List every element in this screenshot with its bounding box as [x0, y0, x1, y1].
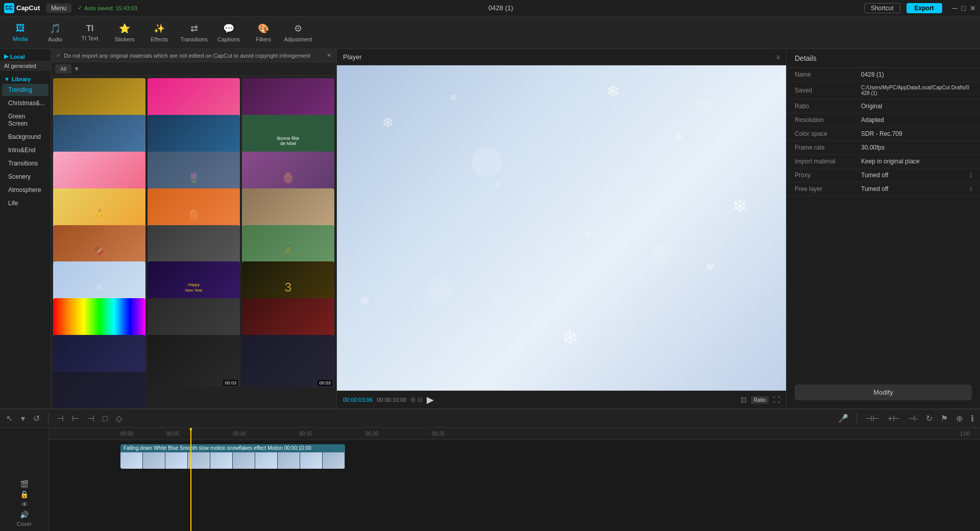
info-btn[interactable]: ℹ: [969, 413, 976, 424]
loop-btn[interactable]: ↻: [924, 413, 935, 424]
auto-saved-status: ✓ Auto saved: 15:43:03: [78, 5, 137, 11]
grid-icon2: ⊟: [418, 396, 423, 403]
trim-left-btn[interactable]: ⊢: [70, 413, 81, 424]
fit-icon[interactable]: ⊡: [741, 396, 747, 404]
sidebar-item-trending[interactable]: Trending: [2, 84, 48, 96]
toolbar-captions[interactable]: 💬 Captions: [212, 18, 245, 47]
player-progress-spacer: ⊞ ⊟: [410, 396, 423, 403]
media-icon: 🖼: [16, 23, 25, 34]
sidebar-item-transitions2[interactable]: Transitions: [2, 157, 48, 170]
select-dropdown-btn[interactable]: ▾: [19, 413, 27, 424]
sidebar-item-life[interactable]: Life: [2, 197, 48, 209]
freelayer-info-icon[interactable]: ℹ: [970, 186, 972, 192]
toolbar-audio[interactable]: 🎵 Audio: [39, 18, 71, 47]
split-audio-btn[interactable]: ⊣⊢: [863, 413, 881, 424]
detail-label-saved: Saved: [795, 87, 861, 94]
select-tool-btn[interactable]: ↖: [4, 413, 15, 424]
detail-value-name: 0428 (1): [861, 71, 972, 78]
filter-icon: ▼: [74, 65, 80, 73]
zoom-out-btn[interactable]: ⊣-: [906, 413, 920, 424]
export-button[interactable]: Export: [906, 3, 942, 13]
vt-thumb-3: [165, 452, 188, 469]
notice-text: Do not export any original materials whi…: [64, 53, 310, 59]
chevron-right-icon: ▶: [4, 53, 8, 60]
timeline-area: ↖ ▾ ↺ ⊣ ⊢ ⊣ □ ◇ 🎤 ⊣⊢ +⊢ ⊣- ↻ ⚑ ⊕ ℹ 🎬 🔒 👁…: [0, 408, 980, 531]
timeline-add-icon[interactable]: 🎬: [20, 480, 29, 488]
adjustment-icon: ⚙: [294, 23, 302, 34]
shortcut-button[interactable]: Shortcut: [864, 3, 900, 13]
vt-thumb-8: [278, 452, 300, 469]
toolbar-transitions-label: Transitions: [180, 36, 207, 42]
notice-close-btn[interactable]: ✕: [327, 52, 331, 59]
toolbar-transitions[interactable]: ⇄ Transitions: [178, 18, 210, 47]
trim-right-btn[interactable]: ⊣: [85, 413, 96, 424]
timeline-playhead[interactable]: [190, 428, 191, 531]
toolbar-captions-label: Captions: [217, 36, 239, 42]
toolbar-text[interactable]: TI TI Text: [74, 18, 106, 47]
fullscreen-icon[interactable]: ⛶: [773, 396, 780, 404]
snowflake-2: ❄: [449, 91, 458, 104]
timeline-eye-icon[interactable]: 👁: [21, 500, 28, 509]
close-icon[interactable]: ✕: [970, 4, 976, 12]
minimize-icon[interactable]: ─: [952, 4, 958, 12]
sidebar-item-atmosphere[interactable]: Atmosphere: [2, 184, 48, 196]
settings-icon-btn[interactable]: ⊕: [954, 413, 965, 424]
vt-thumb-10: [323, 452, 345, 469]
detail-value-proxy: Tumed off: [861, 172, 968, 179]
undo-btn[interactable]: ↺: [31, 413, 42, 424]
sidebar-item-background[interactable]: Background: [2, 131, 48, 143]
play-button[interactable]: ▶: [427, 394, 434, 405]
proxy-info-icon[interactable]: ℹ: [970, 172, 972, 179]
toolbar-stickers[interactable]: ⭐ Stickers: [108, 18, 141, 47]
sidebar-item-introend[interactable]: Intro&End: [2, 144, 48, 156]
sidebar-item-greenscreen[interactable]: Green Screen: [2, 110, 48, 130]
vt-thumb-5: [210, 452, 233, 469]
media-thumb-25[interactable]: 00:03: [53, 372, 145, 408]
toolbar-effects[interactable]: ✨ Effects: [143, 18, 176, 47]
sidebar-item-scenery[interactable]: Scenery: [2, 171, 48, 183]
split-btn[interactable]: ⊣: [55, 413, 66, 424]
window-controls: ─ □ ✕: [952, 4, 976, 12]
details-header: Details: [787, 49, 980, 68]
media-thumb-23[interactable]: 00:03: [148, 335, 240, 387]
toolbar-filters[interactable]: 🎨 Filters: [247, 18, 280, 47]
timeline-toolbar: ↖ ▾ ↺ ⊣ ⊢ ⊣ □ ◇ 🎤 ⊣⊢ +⊢ ⊣- ↻ ⚑ ⊕ ℹ: [0, 409, 980, 428]
media-filter-button[interactable]: All: [55, 64, 71, 74]
main-toolbar: 🖼 Media 🎵 Audio TI TI Text ⭐ Stickers ✨ …: [0, 16, 980, 49]
cover-label: Cover: [17, 521, 32, 527]
detail-row-resolution: Resolution Adapted: [787, 113, 980, 127]
snowflake-3: ❄: [606, 82, 620, 101]
modify-button[interactable]: Modify: [795, 384, 972, 400]
timeline-ruler: 00:00 00:05 00:10 00:15 00:20 00:25 1:00: [49, 428, 980, 440]
toolbar-media[interactable]: 🖼 Media: [4, 18, 37, 47]
timeline-lock-icon[interactable]: 🔒: [20, 490, 29, 498]
snowflake-8: ❄: [561, 326, 579, 349]
player-title: Player: [343, 53, 362, 61]
marker-btn[interactable]: ⚑: [939, 413, 950, 424]
menu-button[interactable]: Menu: [46, 4, 71, 13]
library-section-header: ▼ Library: [0, 74, 51, 83]
detail-row-saved: Saved C:/Users/MyPC/AppData/Local/CapCut…: [787, 82, 980, 100]
video-track[interactable]: Falling down White Blue Smooth slow moti…: [120, 444, 345, 469]
detail-label-ratio: Ratio: [795, 103, 861, 110]
mic-btn[interactable]: 🎤: [836, 413, 850, 424]
maximize-icon[interactable]: □: [962, 4, 966, 12]
snowflake-10: ❄: [584, 228, 591, 238]
sidebar-item-christmas[interactable]: Christmas&...: [2, 97, 48, 109]
player-menu-icon[interactable]: ≡: [776, 54, 780, 61]
keyframe-btn[interactable]: ◇: [114, 413, 124, 424]
ratio-button[interactable]: Ratio: [751, 396, 769, 404]
crop-btn[interactable]: □: [101, 413, 110, 424]
detail-label-freelayer: Free layer: [795, 185, 861, 192]
detail-label-importmaterial: Import material: [795, 158, 861, 165]
video-track-label: Falling down White Blue Smooth slow moti…: [124, 445, 311, 451]
timeline-audio-icon[interactable]: 🔊: [20, 511, 29, 519]
ai-generated-btn[interactable]: AI generated: [0, 61, 51, 71]
zoom-in-btn[interactable]: +⊢: [886, 413, 901, 424]
snowflake-7: ❄: [359, 293, 371, 309]
grid-icon: ⊞: [410, 396, 415, 403]
toolbar-adjustment[interactable]: ⚙ Adjustment: [282, 18, 314, 47]
media-thumb-24[interactable]: 00:03: [242, 335, 334, 387]
detail-label-proxy: Proxy: [795, 172, 861, 179]
timeline-tracks: 00:00 00:05 00:10 00:15 00:20 00:25 1:00…: [49, 428, 980, 531]
